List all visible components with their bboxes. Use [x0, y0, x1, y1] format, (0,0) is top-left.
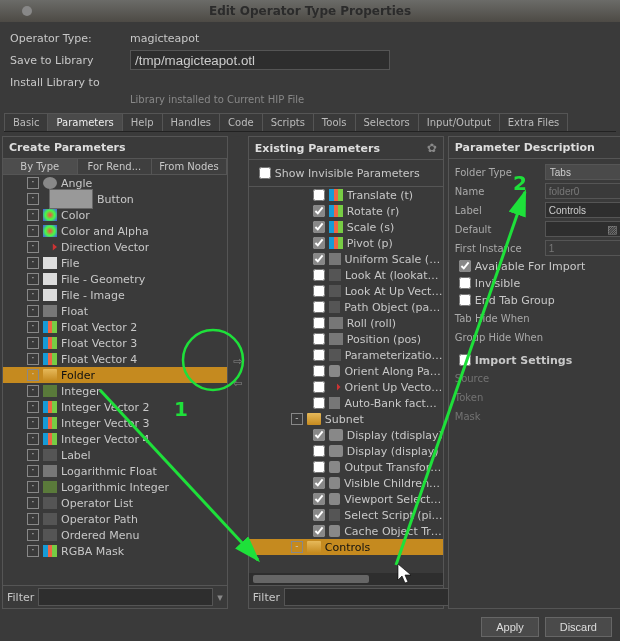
arrow-right-button[interactable]: ⇨ [230, 355, 246, 369]
param-checkbox[interactable] [313, 349, 325, 361]
param-checkbox[interactable] [313, 205, 325, 217]
existing-parameters-tree[interactable]: Translate (t)Rotate (r)Scale (s)Pivot (p… [249, 187, 443, 573]
list-item[interactable]: Output Transform (ou [249, 459, 443, 475]
list-item[interactable]: Select Script (pickscri [249, 507, 443, 523]
param-checkbox[interactable] [313, 285, 325, 297]
list-item[interactable]: ·Logarithmic Float [3, 463, 227, 479]
save-to-input[interactable] [130, 50, 390, 70]
list-item[interactable]: Visible Children (vischi [249, 475, 443, 491]
tab-handles[interactable]: Handles [162, 113, 220, 131]
invisible-checkbox[interactable] [459, 277, 471, 289]
horizontal-scrollbar[interactable] [249, 573, 443, 585]
param-checkbox[interactable] [313, 477, 325, 489]
list-item[interactable]: ·Integer Vector 3 [3, 415, 227, 431]
apply-button[interactable]: Apply [481, 617, 539, 637]
list-item[interactable]: ·Operator Path [3, 511, 227, 527]
list-item[interactable]: Viewport Selecting En [249, 491, 443, 507]
filter-input[interactable] [38, 588, 213, 606]
list-item[interactable]: ·Color and Alpha [3, 223, 227, 239]
param-checkbox[interactable] [313, 509, 325, 521]
list-item[interactable]: -Controls [249, 539, 443, 555]
list-item[interactable]: Auto-Bank factor (bar [249, 395, 443, 411]
subtab-by-type[interactable]: By Type [3, 159, 78, 174]
tab-parameters[interactable]: Parameters [47, 113, 122, 131]
show-invisible-checkbox[interactable] [259, 167, 271, 179]
list-item[interactable]: ·RGBA Mask [3, 543, 227, 559]
tab-code[interactable]: Code [219, 113, 263, 131]
param-checkbox[interactable] [313, 397, 325, 409]
param-checkbox[interactable] [313, 381, 325, 393]
tab-input-output[interactable]: Input/Output [418, 113, 500, 131]
list-item[interactable]: -Subnet [249, 411, 443, 427]
list-item[interactable]: ·Direction Vector [3, 239, 227, 255]
discard-button[interactable]: Discard [545, 617, 612, 637]
param-checkbox[interactable] [313, 237, 325, 249]
list-item[interactable]: ·Float Vector 4 [3, 351, 227, 367]
list-item[interactable]: ·File - Image [3, 287, 227, 303]
list-item[interactable]: ·Integer [3, 383, 227, 399]
param-checkbox[interactable] [313, 461, 325, 473]
list-item[interactable]: Scale (s) [249, 219, 443, 235]
list-item[interactable]: Orient Up Vector (up) [249, 379, 443, 395]
folder-type-select[interactable]: Tabs [545, 164, 620, 180]
filter-input[interactable] [284, 588, 459, 606]
param-checkbox[interactable] [313, 317, 325, 329]
list-item[interactable]: Rotate (r) [249, 203, 443, 219]
list-item[interactable]: ·Integer Vector 4 [3, 431, 227, 447]
list-item[interactable]: ·Float Vector 3 [3, 335, 227, 351]
arrow-left-button[interactable]: ⇦ [230, 377, 246, 391]
list-item[interactable]: ·File - Geometry [3, 271, 227, 287]
list-item[interactable]: Cache Object Transfor [249, 523, 443, 539]
collapse-icon[interactable]: - [291, 541, 303, 553]
param-checkbox[interactable] [313, 269, 325, 281]
tab-extra-files[interactable]: Extra Files [499, 113, 569, 131]
list-item[interactable]: Display (tdisplay) [249, 427, 443, 443]
list-item[interactable]: ·Operator List [3, 495, 227, 511]
list-item[interactable]: Translate (t) [249, 187, 443, 203]
param-checkbox[interactable] [313, 525, 325, 537]
tab-selectors[interactable]: Selectors [355, 113, 419, 131]
list-item[interactable]: Uniform Scale (scale) [249, 251, 443, 267]
list-item[interactable]: Look At (lookatpath) [249, 267, 443, 283]
list-item[interactable]: ·Color [3, 207, 227, 223]
list-item[interactable]: Position (pos) [249, 331, 443, 347]
import-settings-checkbox[interactable] [459, 354, 471, 366]
gear-icon[interactable]: ✿ [427, 141, 437, 155]
subtab-from-nodes[interactable]: From Nodes [152, 159, 227, 174]
list-item[interactable]: Path Object (pathobjp [249, 299, 443, 315]
list-item[interactable]: Orient Along Path (pa [249, 363, 443, 379]
end-tab-group-checkbox[interactable] [459, 294, 471, 306]
param-checkbox[interactable] [313, 189, 325, 201]
tab-scripts[interactable]: Scripts [262, 113, 314, 131]
list-item[interactable]: ·File [3, 255, 227, 271]
param-checkbox[interactable] [313, 333, 325, 345]
list-item[interactable]: Pivot (p) [249, 235, 443, 251]
param-checkbox[interactable] [313, 445, 325, 457]
filter-dropdown-icon[interactable]: ▾ [217, 591, 223, 604]
available-for-import-checkbox[interactable] [459, 260, 471, 272]
tab-basic[interactable]: Basic [4, 113, 48, 131]
list-item[interactable]: ·Button [3, 191, 227, 207]
label-input[interactable] [545, 202, 620, 218]
list-item[interactable]: ·Integer Vector 2 [3, 399, 227, 415]
list-item[interactable]: ·Ordered Menu [3, 527, 227, 543]
list-item[interactable]: ·Label [3, 447, 227, 463]
param-checkbox[interactable] [313, 365, 325, 377]
subtab-for-rend-[interactable]: For Rend... [78, 159, 153, 174]
default-swatch[interactable]: ▨ [545, 221, 620, 237]
param-checkbox[interactable] [313, 301, 325, 313]
list-item[interactable]: Parameterization (up [249, 347, 443, 363]
list-item[interactable]: Display (display) [249, 443, 443, 459]
collapse-icon[interactable]: - [291, 413, 303, 425]
tab-help[interactable]: Help [122, 113, 163, 131]
list-item[interactable]: Look At Up Vector (lo [249, 283, 443, 299]
list-item[interactable]: ·Float Vector 2 [3, 319, 227, 335]
list-item[interactable]: ·Angle [3, 175, 227, 191]
list-item[interactable]: ·Folder [3, 367, 227, 383]
list-item[interactable]: ·Logarithmic Integer [3, 479, 227, 495]
tab-tools[interactable]: Tools [313, 113, 356, 131]
list-item[interactable]: Roll (roll) [249, 315, 443, 331]
param-checkbox[interactable] [313, 221, 325, 233]
list-item[interactable]: ·Float [3, 303, 227, 319]
param-checkbox[interactable] [313, 253, 325, 265]
